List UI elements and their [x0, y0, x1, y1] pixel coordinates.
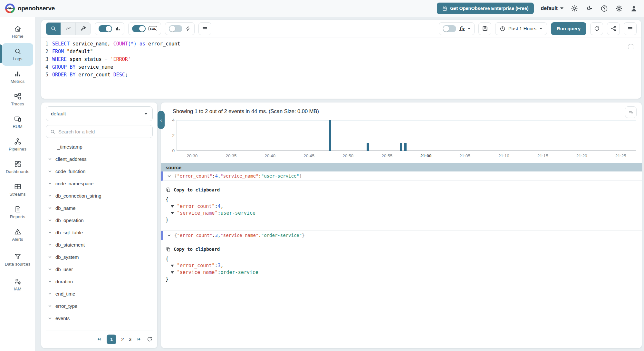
- sidebar-item-alerts[interactable]: Alerts: [2, 224, 33, 246]
- field-item-code_namespace[interactable]: code_namespace: [46, 177, 153, 190]
- save-function-button[interactable]: [478, 22, 491, 35]
- alerts-icon: [14, 228, 22, 236]
- function-toggle[interactable]: [443, 25, 456, 32]
- chevron-down-icon[interactable]: [48, 218, 52, 222]
- query-menu-button[interactable]: [198, 22, 211, 35]
- x-tick-label: 20:30: [187, 153, 197, 158]
- slack-icon[interactable]: [585, 5, 593, 12]
- sidebar-item-pipelines[interactable]: Pipelines: [2, 133, 33, 156]
- chevron-down-icon[interactable]: [48, 255, 52, 259]
- tab-metrics-explorer[interactable]: [61, 23, 76, 35]
- results-summary: Showing 1 to 2 out of 2 events in 44 ms.…: [173, 108, 319, 114]
- field-search-input[interactable]: [58, 129, 149, 134]
- histogram-toggle[interactable]: [99, 25, 112, 32]
- sidebar-item-streams[interactable]: Streams: [2, 179, 33, 201]
- field-item-db_user[interactable]: db_user: [46, 263, 153, 275]
- quick-mode-toggle[interactable]: [169, 25, 182, 32]
- account-icon[interactable]: [630, 5, 638, 12]
- chevron-down-icon[interactable]: [48, 193, 52, 198]
- sidebar-item-metrics[interactable]: Metrics: [2, 66, 33, 88]
- tab-tools[interactable]: [76, 23, 91, 35]
- chevron-down-icon[interactable]: [48, 242, 52, 247]
- field-item-db_connection_string[interactable]: db_connection_string: [46, 190, 153, 202]
- theme-light-icon[interactable]: [571, 5, 578, 12]
- chevron-down-icon[interactable]: [48, 181, 52, 186]
- chevron-down-icon[interactable]: [48, 279, 52, 284]
- expand-triangle-icon[interactable]: [171, 265, 174, 267]
- chevron-down-icon[interactable]: [48, 316, 52, 320]
- field-item-client_address[interactable]: client_address: [46, 153, 153, 165]
- chevron-down-icon[interactable]: [48, 157, 52, 161]
- traces-icon: [14, 93, 22, 100]
- sidebar-item-rum[interactable]: RUM: [2, 111, 33, 133]
- sql-editor[interactable]: 1SELECT service_name, COUNT(*) as error_…: [41, 37, 641, 79]
- page-2[interactable]: 2: [121, 336, 124, 342]
- field-item-db_operation[interactable]: db_operation: [46, 214, 153, 226]
- settings-gear-icon[interactable]: [615, 5, 623, 12]
- chevron-down-icon[interactable]: [48, 230, 52, 235]
- share-link-button[interactable]: [607, 22, 620, 35]
- collapse-fields-handle[interactable]: ‹: [158, 111, 165, 129]
- field-item-db_system[interactable]: db_system: [46, 251, 153, 263]
- function-fx-icon: fx: [459, 25, 465, 32]
- field-item-duration[interactable]: duration: [46, 275, 153, 288]
- org-selector[interactable]: default: [541, 5, 563, 11]
- field-item-error_type[interactable]: error_type: [46, 300, 153, 312]
- sidebar-item-home[interactable]: Home: [2, 21, 33, 43]
- sidebar-item-iam[interactable]: IAM: [2, 273, 33, 296]
- log-row-detail-1: Copy to clipboard{"error_count": 4,"serv…: [161, 181, 642, 231]
- chevron-down-icon[interactable]: [467, 28, 471, 29]
- json-tree-line: "error_count": 4,: [166, 203, 642, 210]
- enterprise-button[interactable]: Get OpenObserve Enterprise (Free): [437, 3, 533, 14]
- home-icon: [14, 25, 22, 33]
- chevron-down-icon[interactable]: [167, 233, 171, 238]
- table-settings-button[interactable]: [625, 106, 637, 118]
- sql-mode-toggle[interactable]: [132, 25, 146, 32]
- chevron-down-icon[interactable]: [48, 267, 52, 271]
- sidebar-item-reports[interactable]: Reports: [2, 201, 33, 224]
- field-item-end_time[interactable]: end_time: [46, 288, 153, 300]
- expand-triangle-icon[interactable]: [171, 271, 174, 274]
- run-query-button[interactable]: Run query: [551, 22, 586, 35]
- time-range-picker[interactable]: Past 1 Hours: [495, 22, 547, 35]
- copy-to-clipboard-button[interactable]: Copy to clipboard: [166, 187, 642, 192]
- sidebar-item-data-sources[interactable]: Data sources: [2, 246, 33, 273]
- page-3[interactable]: 3: [129, 336, 131, 342]
- chevron-down-icon[interactable]: [48, 291, 52, 296]
- refresh-interval-button[interactable]: [590, 22, 603, 35]
- field-item-code_function[interactable]: code_function: [46, 165, 153, 177]
- next-pages-icon[interactable]: [136, 336, 142, 342]
- field-item-db_name[interactable]: db_name: [46, 202, 153, 214]
- sidebar-item-dashboards[interactable]: Dashboards: [2, 156, 33, 179]
- histogram-bar: [404, 143, 407, 151]
- sidebar-item-logs[interactable]: Logs: [2, 43, 33, 66]
- log-row-summary-2[interactable]: {"error_count":3,"service_name":"order-s…: [161, 231, 642, 240]
- field-item-_timestamp[interactable]: _timestamp: [46, 141, 153, 153]
- help-icon[interactable]: [600, 5, 608, 12]
- reload-fields-icon[interactable]: [147, 336, 153, 342]
- chevron-down-icon[interactable]: [167, 174, 171, 178]
- chevron-down-icon[interactable]: [48, 169, 52, 173]
- tab-search[interactable]: [46, 23, 61, 35]
- expand-triangle-icon[interactable]: [171, 205, 174, 208]
- expand-triangle-icon[interactable]: [171, 212, 174, 214]
- page-1[interactable]: 1: [107, 335, 116, 344]
- field-item-db_statement[interactable]: db_statement: [46, 239, 153, 251]
- log-row-summary-1[interactable]: {"error_count":4,"service_name":"user-se…: [161, 171, 642, 181]
- field-item-db_sql_table[interactable]: db_sql_table: [46, 226, 153, 239]
- chevron-down-icon[interactable]: [48, 206, 52, 210]
- prev-pages-icon[interactable]: [96, 336, 102, 342]
- stream-selector[interactable]: default: [46, 106, 153, 121]
- sidebar-item-traces[interactable]: Traces: [2, 88, 33, 111]
- histogram-chart[interactable]: [177, 120, 636, 151]
- fullscreen-icon[interactable]: [628, 44, 634, 50]
- field-item-events[interactable]: events: [46, 312, 153, 324]
- histogram-bar: [400, 143, 402, 151]
- log-row-detail-2: Copy to clipboard{"error_count": 3,"serv…: [161, 240, 642, 290]
- search-icon: [14, 47, 22, 55]
- chevron-down-icon[interactable]: [48, 304, 52, 308]
- fields-panel: default _timestampclient_addresscode_fun…: [41, 102, 157, 348]
- lightning-icon: [185, 26, 191, 31]
- copy-to-clipboard-button[interactable]: Copy to clipboard: [166, 247, 642, 252]
- more-options-button[interactable]: [624, 22, 637, 35]
